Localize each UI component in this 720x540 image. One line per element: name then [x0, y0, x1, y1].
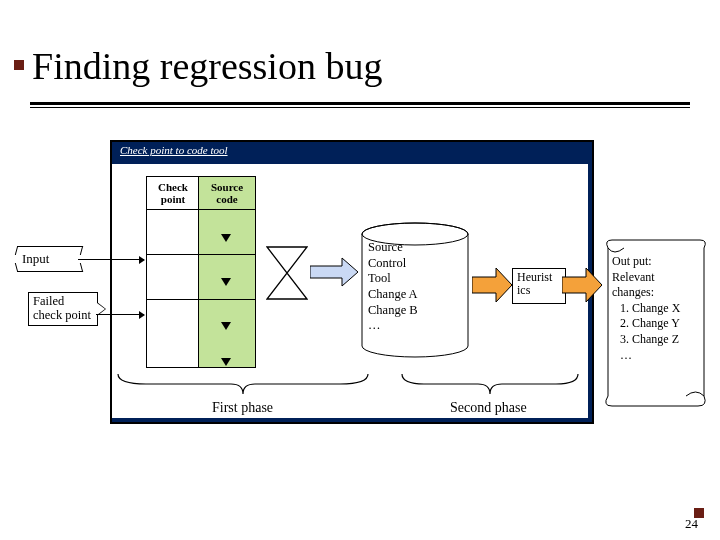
bowtie-icon [266, 246, 308, 300]
failed-arrow-icon [96, 314, 144, 315]
arrow-to-output [562, 268, 602, 302]
heuristics-box: Heurist ics [512, 268, 566, 304]
arrow-to-source-control [310, 256, 358, 288]
failed-check-point-box: Failed check point [28, 292, 98, 326]
brace-second-phase-icon [400, 372, 580, 396]
cylinder-text: Source Control Tool Change A Change B … [368, 240, 464, 334]
output-scroll: Out put: Relevant changes: 1. Change X 2… [600, 238, 708, 408]
arrow-down-icon [221, 234, 231, 242]
arrow-down-icon [221, 322, 231, 330]
column-check-point-header: Check point [147, 177, 199, 210]
column-source-code: Source code [198, 176, 256, 368]
accent-square-top [14, 60, 24, 70]
input-arrow-icon [78, 259, 144, 260]
page-number: 24 [685, 516, 698, 532]
arrow-down-icon [221, 358, 231, 366]
input-flag: Input [16, 246, 80, 272]
column-check-point: Check point [146, 176, 200, 368]
brace-first-phase-icon [116, 372, 370, 396]
heuristics-label: Heurist ics [517, 270, 552, 297]
phase-2-label: Second phase [450, 400, 527, 416]
arrow-down-icon [221, 278, 231, 286]
arrow-to-heuristics [472, 268, 512, 302]
phase-1-label: First phase [212, 400, 273, 416]
output-text: Out put: Relevant changes: 1. Change X 2… [612, 254, 702, 363]
source-control-cylinder: Source Control Tool Change A Change B … [360, 222, 470, 358]
tool-frame-label: Check point to code tool [120, 144, 228, 156]
slide-title: Finding regression bug [32, 44, 382, 88]
slide: Finding regression bug Check point to co… [0, 0, 720, 540]
failed-check-point-label: Failed check point [33, 294, 91, 322]
title-rule [30, 102, 690, 108]
input-label: Input [16, 246, 80, 272]
column-source-code-header: Source code [199, 177, 255, 210]
